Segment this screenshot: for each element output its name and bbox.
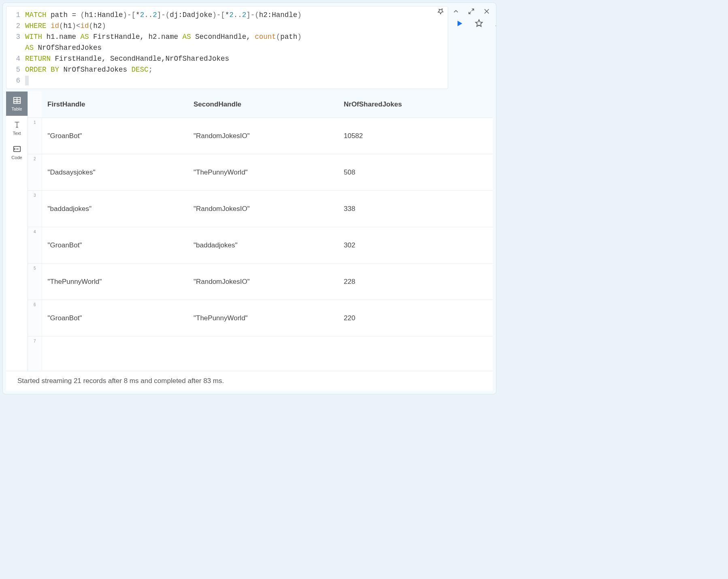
row-number: 2 <box>28 154 42 191</box>
tab-label: Code <box>11 155 22 160</box>
table-row[interactable]: 7 <box>28 336 493 371</box>
svg-marker-2 <box>458 21 462 26</box>
line-number: 3 <box>6 32 20 43</box>
cell <box>338 336 493 371</box>
query-editor-wrap: 123456 MATCH path = (h1:Handle)-[*2..2]-… <box>3 3 496 89</box>
close-icon[interactable] <box>483 8 490 15</box>
tab-label: Table <box>11 106 22 111</box>
cell: 508 <box>338 154 493 191</box>
code-line[interactable]: WHERE id(h1)<id(h2) <box>25 21 448 32</box>
cell: 10582 <box>338 118 493 154</box>
row-number: 5 <box>28 264 42 300</box>
cell <box>188 336 338 371</box>
line-number: 6 <box>6 75 20 86</box>
row-number: 3 <box>28 191 42 227</box>
code-line[interactable] <box>25 75 448 86</box>
line-number <box>6 43 20 53</box>
row-number: 7 <box>28 336 42 371</box>
column-header[interactable]: NrOfSharedJokes <box>338 92 493 118</box>
chevron-up-icon[interactable] <box>452 8 460 15</box>
query-editor[interactable]: 123456 MATCH path = (h1:Handle)-[*2..2]-… <box>6 6 448 89</box>
cell: "GroanBot" <box>42 300 188 336</box>
svg-marker-3 <box>476 20 483 27</box>
expand-icon[interactable] <box>468 8 475 15</box>
row-number-header <box>28 92 42 118</box>
cell: "RandomJokesIO" <box>188 264 338 300</box>
cell: "Dadsaysjokes" <box>42 154 188 191</box>
cell: 228 <box>338 264 493 300</box>
table-row[interactable]: 2"Dadsaysjokes""ThePunnyWorld"508 <box>28 154 493 191</box>
cell: "ThePunnyWorld" <box>188 154 338 191</box>
cell: "GroanBot" <box>42 227 188 264</box>
code-area[interactable]: MATCH path = (h1:Handle)-[*2..2]-(dj:Dad… <box>25 10 448 86</box>
table-row[interactable]: 1"GroanBot""RandomJokesIO"10582 <box>28 118 493 154</box>
results-scroll[interactable]: FirstHandleSecondHandleNrOfSharedJokes 1… <box>28 92 493 371</box>
table-header-row: FirstHandleSecondHandleNrOfSharedJokes <box>28 92 493 118</box>
pin-icon[interactable] <box>437 8 444 15</box>
cell: 220 <box>338 300 493 336</box>
code-line[interactable]: RETURN FirstHandle, SecondHandle,NrOfSha… <box>25 53 448 64</box>
table-row[interactable]: 5"ThePunnyWorld""RandomJokesIO"228 <box>28 264 493 300</box>
cursor <box>25 76 29 85</box>
result-panel: 123456 MATCH path = (h1:Handle)-[*2..2]-… <box>2 2 496 394</box>
cell: "ThePunnyWorld" <box>42 264 188 300</box>
line-number: 4 <box>6 53 20 64</box>
status-bar: Started streaming 21 records after 8 ms … <box>6 371 493 391</box>
cell: "RandomJokesIO" <box>188 118 338 154</box>
favorite-icon[interactable] <box>475 19 483 29</box>
row-number: 6 <box>28 300 42 336</box>
cell: "ThePunnyWorld" <box>188 300 338 336</box>
row-number: 4 <box>28 227 42 264</box>
results-table: FirstHandleSecondHandleNrOfSharedJokes 1… <box>28 92 493 371</box>
code-line[interactable]: MATCH path = (h1:Handle)-[*2..2]-(dj:Dad… <box>25 10 448 21</box>
cell: "RandomJokesIO" <box>188 191 338 227</box>
code-line[interactable]: AS NrOfSharedJokes <box>25 43 448 53</box>
tab-label: Text <box>13 131 21 136</box>
table-row[interactable]: 4"GroanBot""baddadjokes"302 <box>28 227 493 264</box>
code-line[interactable]: ORDER BY NrOfSharedJokes DESC; <box>25 64 448 75</box>
line-number: 1 <box>6 10 20 21</box>
tab-table[interactable]: Table <box>6 92 28 116</box>
code-line[interactable]: WITH h1.name AS FirstHandle, h2.name AS … <box>25 32 448 43</box>
results-body: TableTextCode FirstHandleSecondHandleNrO… <box>3 89 496 371</box>
column-header[interactable]: FirstHandle <box>42 92 188 118</box>
cell: 302 <box>338 227 493 264</box>
cell: "baddadjokes" <box>188 227 338 264</box>
cell: 338 <box>338 191 493 227</box>
panel-top-actions <box>437 8 490 15</box>
line-gutter: 123456 <box>6 10 25 86</box>
table-body: 1"GroanBot""RandomJokesIO"105822"Dadsays… <box>28 118 493 371</box>
table-row[interactable]: 6"GroanBot""ThePunnyWorld"220 <box>28 300 493 336</box>
line-number: 5 <box>6 64 20 75</box>
run-button[interactable] <box>456 19 464 30</box>
view-tabs: TableTextCode <box>6 92 28 371</box>
editor-actions <box>448 6 493 89</box>
line-number: 2 <box>6 21 20 32</box>
table-row[interactable]: 3"baddadjokes""RandomJokesIO"338 <box>28 191 493 227</box>
cell: "baddadjokes" <box>42 191 188 227</box>
tab-text[interactable]: Text <box>6 116 28 140</box>
column-header[interactable]: SecondHandle <box>188 92 338 118</box>
download-icon[interactable] <box>494 19 496 29</box>
row-number: 1 <box>28 118 42 154</box>
cell <box>42 336 188 371</box>
cell: "GroanBot" <box>42 118 188 154</box>
tab-code[interactable]: Code <box>6 140 28 164</box>
